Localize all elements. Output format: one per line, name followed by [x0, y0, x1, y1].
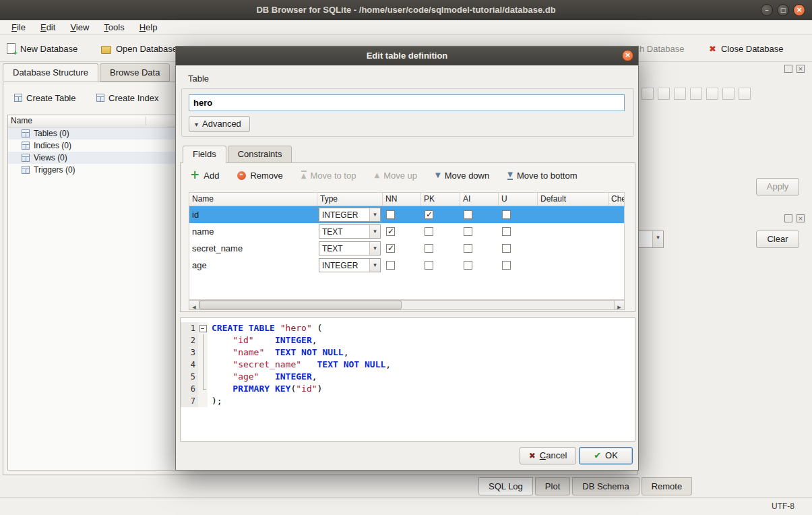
move-to-top-button[interactable]: Move to top — [301, 171, 356, 181]
column-header-type[interactable]: Type — [317, 193, 383, 206]
fold-column — [198, 359, 208, 371]
u-checkbox[interactable] — [502, 261, 511, 270]
field-row[interactable]: idINTEGER — [189, 206, 624, 223]
column-header-name[interactable]: Name — [189, 193, 317, 206]
pk-checkbox[interactable] — [425, 210, 433, 219]
column-header-pk[interactable]: PK — [421, 193, 460, 206]
maximize-button[interactable] — [777, 4, 789, 16]
nn-checkbox[interactable] — [386, 244, 395, 253]
toolbar-icon[interactable] — [642, 88, 654, 100]
close-database-button[interactable]: Close Database — [709, 39, 783, 58]
column-header-check[interactable]: Check — [608, 193, 625, 206]
scrollbar-track[interactable] — [199, 301, 614, 309]
create-index-button[interactable]: Create Index — [91, 89, 164, 107]
field-name-cell[interactable]: name — [189, 226, 317, 237]
column-header-ai[interactable]: AI — [460, 193, 499, 206]
scroll-right-arrow[interactable] — [614, 301, 624, 309]
field-name-cell[interactable]: secret_name — [189, 243, 317, 253]
open-database-icon — [101, 46, 111, 54]
table-name-input[interactable] — [189, 94, 625, 111]
toolbar-icon[interactable] — [739, 88, 751, 100]
add-button[interactable]: Add — [190, 171, 219, 181]
menu-item-edit[interactable]: Edit — [33, 20, 63, 34]
field-name-cell[interactable]: age — [189, 260, 317, 270]
pk-checkbox[interactable] — [425, 244, 433, 253]
horizontal-scrollbar[interactable] — [189, 300, 625, 310]
advanced-toggle-button[interactable]: Advanced — [189, 116, 250, 132]
checkbox-cell-pk — [421, 210, 460, 219]
sql-token: INTEGER — [275, 371, 312, 382]
clear-button[interactable]: Clear — [756, 231, 799, 248]
field-type-cell: INTEGER — [317, 258, 383, 272]
open-database-button[interactable]: Open Database... — [101, 39, 185, 58]
tab-browse-data[interactable]: Browse Data — [100, 63, 170, 82]
toolbar-icon[interactable] — [722, 88, 735, 100]
bottom-tab-sql-log[interactable]: SQL Log — [478, 477, 533, 495]
menu-item-tools[interactable]: Tools — [96, 20, 131, 34]
sql-token — [212, 359, 232, 369]
scrollbar-thumb[interactable] — [199, 301, 402, 309]
toolbar-icon[interactable] — [674, 88, 686, 100]
type-combobox[interactable]: INTEGER — [319, 208, 381, 222]
toolbar-icon[interactable] — [706, 88, 718, 100]
nn-checkbox[interactable] — [386, 210, 395, 219]
sql-line: 6 PRIMARY KEY("id") — [181, 383, 635, 395]
field-toolbar: AddRemoveMove to topMove upMove downMove… — [190, 168, 577, 183]
apply-button[interactable]: Apply — [756, 178, 799, 195]
move-to-bottom-button[interactable]: Move to bottom — [507, 171, 577, 181]
new-database-button[interactable]: New Database — [7, 39, 77, 58]
close-dock-icon[interactable] — [797, 214, 805, 222]
type-combobox[interactable]: TEXT — [319, 241, 381, 255]
nn-checkbox[interactable] — [386, 261, 395, 270]
bottom-tab-plot[interactable]: Plot — [535, 477, 570, 495]
pk-checkbox[interactable] — [425, 227, 433, 236]
move-down-button[interactable]: Move down — [435, 171, 489, 181]
type-combobox[interactable]: INTEGER — [319, 258, 381, 272]
u-checkbox[interactable] — [502, 210, 511, 219]
cancel-button[interactable]: Cancel — [520, 447, 576, 464]
ai-checkbox[interactable] — [464, 244, 472, 253]
line-number: 5 — [181, 371, 198, 383]
minimize-button[interactable] — [761, 4, 773, 16]
window-title: DB Browser for SQLite - /home/user/code/… — [0, 0, 812, 20]
field-name-cell[interactable]: id — [189, 210, 317, 220]
menu-item-file[interactable]: File — [4, 20, 33, 34]
u-checkbox[interactable] — [502, 227, 511, 236]
type-combobox[interactable]: TEXT — [319, 224, 381, 239]
ai-checkbox[interactable] — [464, 227, 472, 236]
field-row[interactable]: ageINTEGER — [189, 257, 624, 274]
ai-checkbox[interactable] — [464, 210, 472, 219]
undock-icon[interactable] — [784, 214, 792, 222]
table-icon — [22, 166, 30, 174]
column-header-u[interactable]: U — [499, 193, 538, 206]
menu-item-view[interactable]: View — [63, 20, 96, 34]
close-window-button[interactable] — [793, 4, 805, 16]
tab-fields[interactable]: Fields — [183, 146, 226, 163]
close-dock-icon[interactable] — [797, 65, 805, 73]
u-checkbox[interactable] — [502, 244, 511, 253]
fold-toggle-icon[interactable] — [198, 322, 208, 334]
toolbar-icon[interactable] — [658, 88, 670, 100]
pk-checkbox[interactable] — [425, 261, 433, 270]
bottom-tab-remote[interactable]: Remote — [642, 477, 693, 495]
tab-constraints[interactable]: Constraints — [228, 146, 292, 163]
column-header-default[interactable]: Default — [538, 193, 608, 206]
dialog-close-button[interactable] — [622, 50, 633, 61]
move-up-button[interactable]: Move up — [374, 171, 417, 181]
column-header-nn[interactable]: NN — [383, 193, 421, 206]
create-table-button[interactable]: Create Table — [9, 89, 81, 107]
undock-icon[interactable] — [784, 65, 792, 73]
remove-button[interactable]: Remove — [237, 171, 282, 181]
field-row[interactable]: secret_nameTEXT — [189, 240, 624, 257]
ai-checkbox[interactable] — [464, 261, 472, 270]
chevron-down-icon — [369, 208, 380, 221]
sql-line: 2 "id" INTEGER, — [181, 334, 635, 346]
nn-checkbox[interactable] — [386, 227, 395, 236]
scroll-left-arrow[interactable] — [189, 301, 199, 309]
toolbar-icon[interactable] — [690, 88, 702, 100]
menu-item-help[interactable]: Help — [132, 20, 165, 34]
field-row[interactable]: nameTEXT — [189, 223, 624, 240]
ok-button[interactable]: OK — [579, 447, 633, 464]
bottom-tab-db-schema[interactable]: DB Schema — [572, 477, 639, 495]
tab-database-structure[interactable]: Database Structure — [3, 63, 98, 82]
